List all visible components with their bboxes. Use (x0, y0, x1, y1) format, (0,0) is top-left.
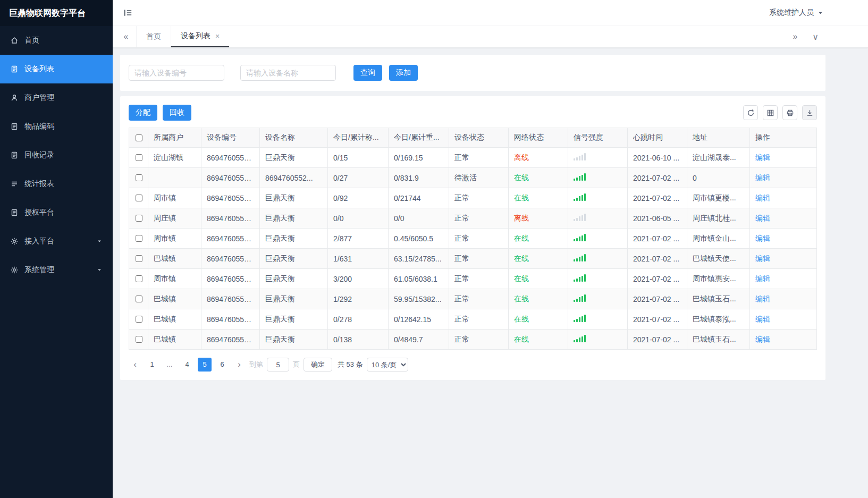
assign-button[interactable]: 分配 (129, 105, 157, 121)
network-status-cell: 在线 (509, 188, 568, 208)
edit-link[interactable]: 编辑 (755, 234, 770, 242)
page-size-select[interactable]: 10 条/页 (367, 358, 408, 372)
row-checkbox[interactable] (136, 154, 142, 161)
device-name-cell: 巨鼎天衡 (260, 269, 328, 289)
sidebar-item-merchant[interactable]: 商户管理 (0, 83, 113, 112)
sidebar: 巨鼎物联网数字平台 首页 设备列表 商户管理 (0, 0, 113, 498)
device-no-cell: 8694760552... (201, 168, 260, 188)
row-checkbox[interactable] (136, 174, 142, 181)
device-no-cell: 8694760552... (201, 249, 260, 269)
column-header-today-count: 今日/累计称... (328, 128, 389, 148)
page-button-1[interactable]: 1 (145, 358, 159, 372)
network-status-cell: 在线 (509, 249, 568, 269)
edit-link[interactable]: 编辑 (755, 294, 770, 303)
add-button[interactable]: 添加 (389, 65, 418, 81)
recycle-record-icon (10, 151, 19, 159)
page-ellipsis[interactable]: ... (163, 358, 176, 372)
merchant-cell: 巴城镇 (148, 289, 201, 309)
sidebar-item-item-code[interactable]: 物品编码 (0, 112, 113, 141)
merchant-cell: 周市镇 (148, 229, 201, 249)
sidebar-item-recycle-record[interactable]: 回收记录 (0, 141, 113, 170)
goto-label: 到第 (249, 360, 263, 369)
row-checkbox[interactable] (136, 195, 142, 201)
device-status-cell: 正常 (449, 148, 509, 168)
network-status-cell: 在线 (509, 330, 568, 350)
signal-bars-icon (574, 193, 586, 201)
collapse-sidebar-button[interactable] (123, 8, 133, 18)
page-button-6[interactable]: 6 (215, 358, 229, 372)
device-name-cell: 巨鼎天衡 (260, 330, 328, 350)
row-checkbox[interactable] (136, 255, 142, 262)
signal-bars-icon (574, 274, 586, 282)
row-checkbox[interactable] (136, 336, 142, 343)
edit-link[interactable]: 编辑 (755, 335, 770, 343)
device-status-cell: 正常 (449, 269, 509, 289)
action-cell: 编辑 (750, 330, 817, 350)
access-platform-icon (10, 237, 19, 246)
close-tab-icon[interactable]: × (215, 32, 220, 40)
confirm-page-button[interactable]: 确定 (304, 358, 332, 372)
goto-page-input[interactable] (267, 358, 289, 372)
row-checkbox[interactable] (136, 296, 142, 302)
today-weight-cell: 0/21744 (389, 188, 449, 208)
action-cell: 编辑 (750, 148, 817, 168)
sidebar-item-home[interactable]: 首页 (0, 26, 113, 55)
tab-label: 首页 (146, 32, 161, 41)
select-all-checkbox[interactable] (136, 134, 142, 141)
columns-button[interactable] (763, 105, 778, 120)
system-icon (10, 266, 19, 274)
today-weight-cell: 0/12642.15 (389, 309, 449, 330)
query-button[interactable]: 查询 (353, 65, 382, 81)
device-no-cell: 8694760552... (201, 229, 260, 249)
merchant-cell: 巴城镇 (148, 309, 201, 330)
refresh-button[interactable] (743, 105, 758, 120)
today-count-cell: 1/631 (328, 249, 389, 269)
tabs-scroll-right-button[interactable]: » (785, 26, 805, 47)
edit-link[interactable]: 编辑 (755, 193, 770, 202)
signal-cell (568, 229, 628, 249)
tabs-menu-button[interactable]: ∨ (805, 26, 825, 47)
heartbeat-cell: 2021-06-10 ... (628, 148, 687, 168)
sidebar-item-access-platform[interactable]: 接入平台 (0, 227, 113, 256)
device-no-input[interactable] (129, 65, 224, 81)
column-header-address: 地址 (687, 128, 750, 148)
network-status-cell: 在线 (509, 229, 568, 249)
export-button[interactable] (802, 105, 817, 120)
address-cell: 周市镇惠安... (687, 269, 750, 289)
sidebar-item-device-list[interactable]: 设备列表 (0, 55, 113, 83)
page-button-4[interactable]: 4 (180, 358, 194, 372)
row-checkbox[interactable] (136, 275, 142, 282)
download-icon (806, 109, 814, 117)
today-count-cell: 1/292 (328, 289, 389, 309)
address-cell: 周市镇更楼... (687, 188, 750, 208)
tabs-scroll-left-button[interactable]: « (116, 26, 136, 47)
page-button-5-active[interactable]: 5 (198, 358, 212, 372)
sidebar-item-report[interactable]: 统计报表 (0, 170, 113, 198)
row-checkbox[interactable] (136, 316, 142, 323)
column-header-device-no: 设备编号 (201, 128, 260, 148)
sidebar-item-auth-platform[interactable]: 授权平台 (0, 198, 113, 227)
prev-page-button[interactable]: ‹ (129, 358, 141, 372)
today-count-cell: 0/92 (328, 188, 389, 208)
edit-link[interactable]: 编辑 (755, 274, 770, 283)
sidebar-item-system[interactable]: 系统管理 (0, 256, 113, 284)
edit-link[interactable]: 编辑 (755, 153, 770, 162)
tab-device-list[interactable]: 设备列表 × (171, 26, 229, 47)
edit-link[interactable]: 编辑 (755, 254, 770, 263)
device-name-input[interactable] (240, 65, 336, 81)
edit-link[interactable]: 编辑 (755, 315, 770, 323)
signal-bars-icon (574, 254, 586, 261)
print-button[interactable] (782, 105, 797, 120)
user-menu[interactable]: 系统维护人员 (769, 8, 823, 18)
edit-link[interactable]: 编辑 (755, 173, 770, 182)
select-all-cell (129, 128, 148, 148)
heartbeat-cell: 2021-07-02 ... (628, 309, 687, 330)
edit-link[interactable]: 编辑 (755, 214, 770, 222)
next-page-button[interactable]: › (233, 358, 246, 372)
recycle-button[interactable]: 回收 (163, 105, 191, 121)
row-checkbox[interactable] (136, 235, 142, 242)
row-checkbox[interactable] (136, 215, 142, 222)
table-row: 巴城镇8694760552...巨鼎天衡0/2780/12642.15正常在线2… (129, 309, 817, 330)
merchant-cell: 淀山湖镇 (148, 148, 201, 168)
tab-home[interactable]: 首页 (136, 26, 171, 47)
